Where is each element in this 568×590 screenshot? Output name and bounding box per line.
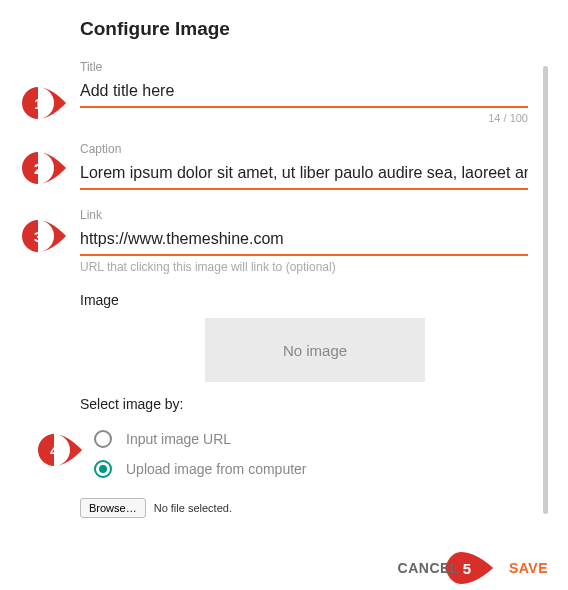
caption-input[interactable]: Lorem ipsum dolor sit amet, ut liber pau… bbox=[80, 162, 528, 190]
radio-option-upload[interactable]: Upload image from computer bbox=[80, 454, 550, 484]
file-picker-row: Browse… No file selected. bbox=[80, 498, 550, 518]
caption-field: Caption Lorem ipsum dolor sit amet, ut l… bbox=[80, 142, 528, 190]
title-char-counter: 14 / 100 bbox=[80, 112, 528, 124]
dialog-footer: CANCEL SAVE bbox=[398, 560, 548, 576]
radio-option-url[interactable]: Input image URL bbox=[80, 424, 550, 454]
annotation-callout-4: 4 bbox=[38, 434, 82, 466]
file-status: No file selected. bbox=[154, 502, 232, 514]
caption-label: Caption bbox=[80, 142, 528, 156]
radio-label: Upload image from computer bbox=[126, 461, 307, 477]
annotation-callout-3: 3 bbox=[22, 220, 66, 252]
image-section-label: Image bbox=[80, 292, 550, 308]
link-field: Link https://www.themeshine.com URL that… bbox=[80, 208, 528, 274]
annotation-callout-1: 1 bbox=[22, 87, 66, 119]
link-hint: URL that clicking this image will link t… bbox=[80, 260, 528, 274]
title-input[interactable]: Add title here bbox=[80, 80, 528, 108]
radio-icon bbox=[94, 460, 112, 478]
dialog-scrollbar[interactable] bbox=[543, 66, 548, 514]
dialog-heading: Configure Image bbox=[80, 18, 550, 40]
title-label: Title bbox=[80, 60, 528, 74]
radio-icon bbox=[94, 430, 112, 448]
radio-label: Input image URL bbox=[126, 431, 231, 447]
annotation-callout-2: 2 bbox=[22, 152, 66, 184]
image-preview-empty: No image bbox=[205, 318, 425, 382]
title-field: Title Add title here 14 / 100 bbox=[80, 60, 528, 124]
link-label: Link bbox=[80, 208, 528, 222]
save-button[interactable]: SAVE bbox=[509, 560, 548, 576]
cancel-button[interactable]: CANCEL bbox=[398, 560, 459, 576]
select-image-by-label: Select image by: bbox=[80, 396, 550, 412]
configure-image-dialog: Configure Image Title Add title here 14 … bbox=[80, 18, 550, 538]
browse-button[interactable]: Browse… bbox=[80, 498, 146, 518]
link-input[interactable]: https://www.themeshine.com bbox=[80, 228, 528, 256]
